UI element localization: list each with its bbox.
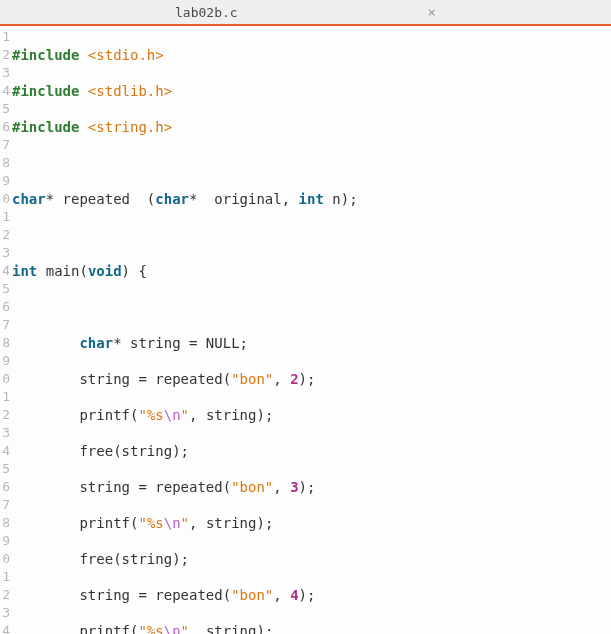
line-number: 5 (0, 280, 10, 298)
line-number: 5 (0, 100, 10, 118)
line-number: 2 (0, 46, 10, 64)
line-number: 6 (0, 298, 10, 316)
tab-bar: lab02b.c × (0, 0, 611, 26)
editor-area: 1234567890123456789012345678901234 #incl… (0, 26, 611, 634)
line-number: 4 (0, 442, 10, 460)
code-line: #include <stdlib.h> (12, 82, 611, 100)
line-number: 6 (0, 118, 10, 136)
line-number: 7 (0, 136, 10, 154)
code-line: #include <stdio.h> (12, 46, 611, 64)
code-line: char* repeated (char* original, int n); (12, 190, 611, 208)
line-number: 2 (0, 586, 10, 604)
code-line: printf("%s\n", string); (12, 406, 611, 424)
line-number: 9 (0, 352, 10, 370)
line-number: 0 (0, 550, 10, 568)
line-number: 4 (0, 82, 10, 100)
line-number: 9 (0, 172, 10, 190)
line-number: 1 (0, 388, 10, 406)
code-line: printf("%s\n", string); (12, 514, 611, 532)
code-line (12, 298, 611, 316)
line-number: 5 (0, 460, 10, 478)
code-line: int main(void) { (12, 262, 611, 280)
line-number: 0 (0, 190, 10, 208)
line-number: 0 (0, 370, 10, 388)
line-number: 8 (0, 154, 10, 172)
line-number: 3 (0, 244, 10, 262)
line-number: 6 (0, 478, 10, 496)
line-number: 3 (0, 604, 10, 622)
line-number: 7 (0, 496, 10, 514)
code-line: #include <string.h> (12, 118, 611, 136)
code-line: string = repeated("bon", 2); (12, 370, 611, 388)
tab-filename[interactable]: lab02b.c (175, 5, 238, 20)
code-area[interactable]: #include <stdio.h> #include <stdlib.h> #… (10, 26, 611, 634)
code-line: free(string); (12, 442, 611, 460)
line-number: 2 (0, 226, 10, 244)
line-number: 9 (0, 532, 10, 550)
line-number: 4 (0, 622, 10, 634)
line-number: 3 (0, 424, 10, 442)
line-number: 3 (0, 64, 10, 82)
line-number-gutter: 1234567890123456789012345678901234 (0, 26, 10, 634)
line-number: 4 (0, 262, 10, 280)
line-number: 8 (0, 514, 10, 532)
code-line: char* string = NULL; (12, 334, 611, 352)
close-icon[interactable]: × (428, 4, 436, 20)
code-line (12, 226, 611, 244)
code-line: free(string); (12, 550, 611, 568)
code-line: printf("%s\n", string); (12, 622, 611, 634)
code-line: string = repeated("bon", 3); (12, 478, 611, 496)
code-line (12, 154, 611, 172)
line-number: 1 (0, 28, 10, 46)
line-number: 1 (0, 208, 10, 226)
code-line: string = repeated("bon", 4); (12, 586, 611, 604)
line-number: 1 (0, 568, 10, 586)
line-number: 7 (0, 316, 10, 334)
line-number: 8 (0, 334, 10, 352)
editor-window: lab02b.c × 12345678901234567890123456789… (0, 0, 611, 634)
line-number: 2 (0, 406, 10, 424)
